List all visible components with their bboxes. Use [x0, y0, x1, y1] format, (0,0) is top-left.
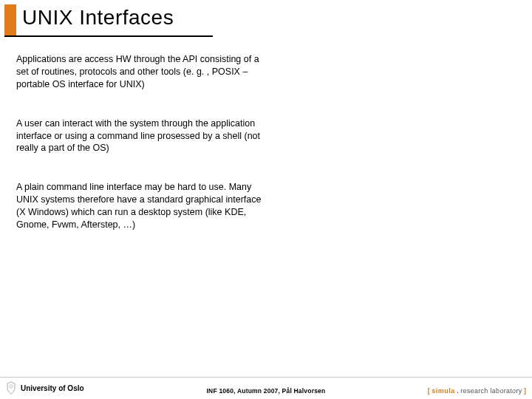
footer: University of Oslo INF 1060, Autumn 2007…: [0, 377, 532, 399]
lab-suffix: research laboratory: [460, 387, 522, 395]
footer-divider: [0, 377, 532, 378]
paragraph-1: Applications are access HW through the A…: [16, 53, 266, 91]
slide-title: UNIX Interfaces: [16, 4, 174, 35]
footer-lab: [ simula . research laboratory ]: [428, 387, 526, 395]
paragraph-2: A user can interact with the system thro…: [16, 117, 266, 155]
paragraph-3: A plain command line interface may be ha…: [16, 181, 266, 231]
title-accent-block: [4, 4, 16, 35]
body-text: Applications are access HW through the A…: [0, 37, 266, 231]
lab-bracket-close: ]: [522, 387, 527, 395]
slide: UNIX Interfaces Applications are access …: [0, 0, 532, 399]
title-bar: UNIX Interfaces: [4, 4, 532, 35]
lab-name: simula: [432, 387, 455, 395]
title-area: UNIX Interfaces: [0, 0, 532, 37]
